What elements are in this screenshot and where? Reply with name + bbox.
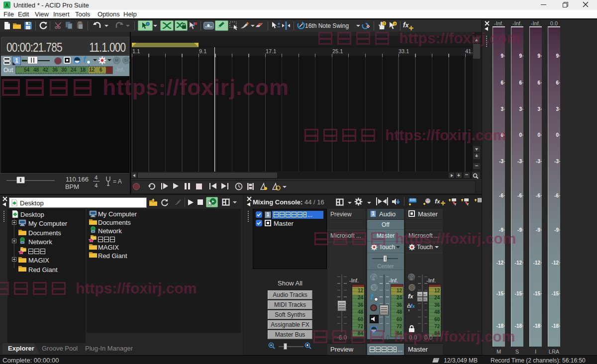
svg-text:?: ?: [383, 22, 385, 25]
svg-text:r: r: [455, 202, 456, 206]
svg-text:r: r: [467, 202, 469, 206]
svg-text:!: !: [376, 285, 377, 290]
svg-text:!: !: [413, 285, 415, 290]
svg-text:?: ?: [394, 22, 396, 26]
